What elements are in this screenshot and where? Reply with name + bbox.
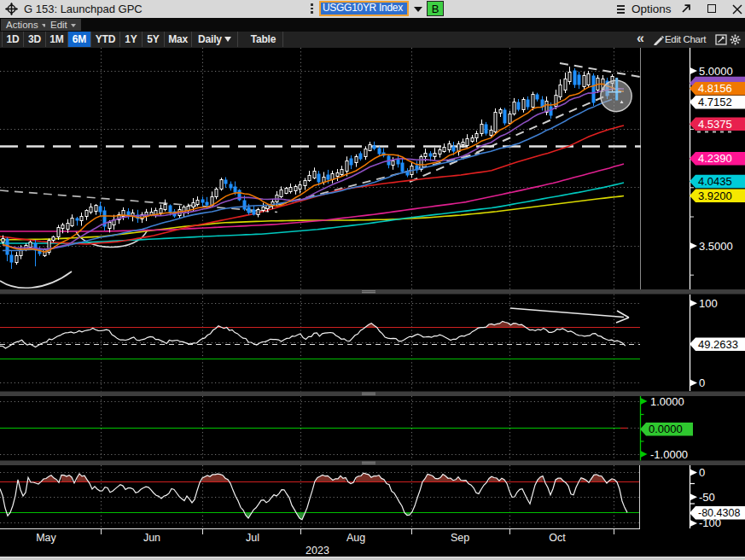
svg-text:1.0000: 1.0000: [650, 395, 684, 408]
svg-text:100: 100: [699, 297, 718, 310]
svg-text:Aug: Aug: [346, 532, 365, 544]
svg-text:0: 0: [699, 466, 705, 479]
svg-text:Sep: Sep: [451, 532, 469, 544]
svg-text:3.5000: 3.5000: [699, 240, 733, 253]
svg-text:4.2390: 4.2390: [698, 152, 732, 165]
svg-text:0: 0: [699, 376, 705, 389]
svg-text:-80.4308: -80.4308: [698, 507, 740, 519]
svg-text:Jul: Jul: [246, 532, 259, 544]
svg-text:4.0435: 4.0435: [698, 175, 732, 188]
svg-text:-1.0000: -1.0000: [650, 448, 688, 461]
svg-text:5.0000: 5.0000: [699, 65, 733, 78]
svg-text:Oct: Oct: [549, 532, 566, 544]
svg-text:-50: -50: [699, 491, 715, 504]
svg-text:49.2633: 49.2633: [698, 338, 738, 351]
svg-text:2023: 2023: [306, 545, 329, 557]
svg-text:4.5375: 4.5375: [698, 118, 732, 131]
svg-text:4.8156: 4.8156: [698, 82, 732, 95]
svg-text:0.0000: 0.0000: [649, 423, 683, 435]
svg-text:4.7152: 4.7152: [698, 96, 732, 108]
svg-text:May: May: [36, 532, 56, 544]
svg-text:3.9200: 3.9200: [698, 190, 732, 202]
svg-text:Jun: Jun: [143, 532, 160, 544]
